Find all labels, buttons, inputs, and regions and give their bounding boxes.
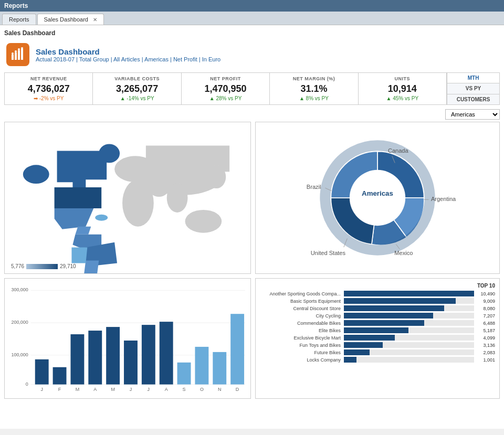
header-section: Sales Dashboard Actual 2018-07 | Total G… [4,41,500,68]
kpi-net-margin: NET MARGIN (%) 31.1% ▲ 8% vs PY [270,73,358,104]
svg-text:N: N [218,387,221,392]
top10-bar [344,327,408,333]
svg-rect-57 [195,347,208,385]
top10-bar [344,349,370,355]
top10-bar [344,357,356,363]
top10-chart: TOP 10 Another Sporting Goods Compa... 1… [255,278,500,399]
top10-label: Central Discount Store [260,306,344,311]
top10-label: Future Bikes [260,350,344,355]
top10-bar [344,305,444,311]
top10-bar-wrap [344,305,474,311]
svg-point-17 [167,183,188,213]
svg-text:A: A [165,387,168,392]
top10-rows: Another Sporting Goods Compa... 10,490 B… [260,291,495,363]
svg-text:Argentina: Argentina [431,196,456,202]
svg-rect-45 [88,331,102,385]
svg-text:United States: United States [311,250,346,256]
top10-value: 4,099 [474,335,495,341]
top10-value: 3,136 [474,343,495,348]
header-text: Sales Dashboard Actual 2018-07 | Total G… [36,47,220,62]
svg-rect-39 [35,359,49,385]
kpi-btn-mth[interactable]: MTH [447,73,499,83]
top10-label: Exclusive Bicycle Mart [260,335,344,341]
world-map-svg [5,122,250,273]
top10-bar [344,335,395,341]
tab-close-icon[interactable]: ✕ [93,17,97,23]
top10-bar-wrap [344,349,474,355]
svg-point-7 [21,47,23,48]
top10-row: Basic Sports Equipment 9,009 [260,298,495,304]
kpi-net-revenue-change: ➡ -2% vs PY [10,96,87,101]
kpi-side-buttons: MTH VS PY CUSTOMERS [447,73,499,104]
top10-row: Future Bikes 2,083 [260,349,495,355]
top10-bar-wrap [344,320,474,326]
header-title: Sales Dashboard [36,47,220,56]
kpi-btn-customers[interactable]: CUSTOMERS [447,94,499,104]
svg-text:D: D [236,387,239,392]
svg-text:Brazil: Brazil [307,184,321,190]
svg-text:M: M [111,387,114,392]
top10-value: 9,009 [474,299,495,304]
tab-bar: Reports Sales Dashboard ✕ [0,12,504,25]
region-dropdown[interactable]: Americas Europe Asia Pacific Middle East [445,109,500,120]
svg-point-18 [149,178,170,197]
kpi-net-revenue: NET REVENUE 4,736,027 ➡ -2% vs PY [5,73,93,104]
svg-rect-41 [53,367,67,385]
kpi-row: NET REVENUE 4,736,027 ➡ -2% vs PY VARIAB… [4,72,500,105]
svg-point-4 [12,52,14,55]
legend-max: 29,710 [60,263,76,269]
kpi-units: UNITS 10,914 ▲ 45% vs PY [359,73,447,104]
top10-row: Locks Company 1,001 [260,357,495,363]
svg-text:O: O [200,387,204,392]
top10-value: 2,083 [474,350,495,355]
top10-label: Basic Sports Equipment [260,299,344,304]
top10-bar-wrap [344,313,474,319]
svg-text:M: M [76,387,79,392]
svg-text:300,000: 300,000 [11,287,28,292]
map-legend: 5,776 29,710 [11,263,76,269]
top10-row: Fun Toys and Bikes 3,136 [260,342,495,348]
logo-svg [10,47,25,62]
kpi-units-change: ▲ 45% vs PY [364,96,441,101]
svg-point-6 [18,48,20,50]
donut-container: Americas Canada Argentina Mexico United … [256,122,499,273]
top10-value: 5,187 [474,328,495,333]
svg-rect-43 [70,334,84,385]
svg-rect-49 [124,341,138,385]
svg-point-5 [15,50,17,52]
svg-point-15 [95,215,108,221]
top10-label: Another Sporting Goods Compa... [260,291,344,296]
top10-row: Elite Bikes 5,187 [260,327,495,333]
svg-rect-55 [177,363,191,385]
legend-min: 5,776 [11,263,24,269]
tab-sales-dashboard[interactable]: Sales Dashboard ✕ [37,14,104,25]
top10-row: Exclusive Bicycle Mart 4,099 [260,335,495,341]
top10-label: City Cycling [260,313,344,319]
donut-svg: Americas Canada Argentina Mexico United … [256,122,499,273]
top10-bar [344,291,474,296]
svg-rect-47 [106,327,120,385]
svg-rect-1 [15,52,17,60]
legend-gradient [26,264,58,269]
title-bar-label: Reports [4,2,28,9]
kpi-net-profit-change: ▲ 28% vs PY [187,96,264,101]
svg-rect-53 [160,322,173,384]
charts-top: 5,776 29,710 [4,122,500,274]
svg-rect-51 [142,325,155,385]
svg-point-12 [185,210,222,233]
svg-rect-61 [230,314,244,384]
top10-value: 6,488 [474,321,495,326]
bar-chart-svg: 300,000 200,000 100,000 0 J F M [5,279,250,398]
top10-value: 7,207 [474,313,495,319]
dropdown-row: Americas Europe Asia Pacific Middle East [4,109,500,120]
top10-row: Commendable Bikes 6,488 [260,320,495,326]
svg-text:100,000: 100,000 [11,352,28,357]
svg-point-16 [207,165,226,188]
top10-bar-wrap [344,342,474,348]
tab-reports[interactable]: Reports [2,14,36,25]
bar-chart: 300,000 200,000 100,000 0 J F M [4,278,251,399]
page-title: Sales Dashboard [4,29,500,37]
kpi-btn-vspy[interactable]: VS PY [447,83,499,94]
top10-row: Central Discount Store 8,080 [260,305,495,311]
svg-point-14 [23,165,49,184]
